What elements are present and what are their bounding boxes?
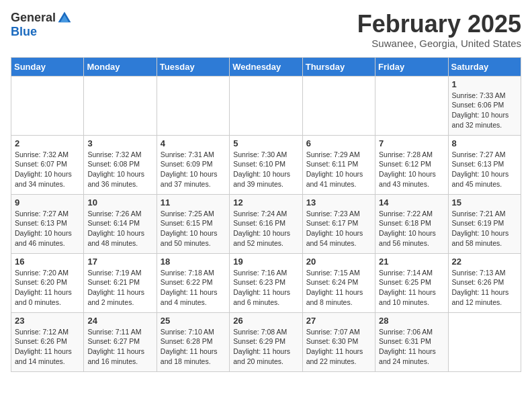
calendar-cell: 4Sunrise: 7:31 AM Sunset: 6:09 PM Daylig… [157, 135, 229, 194]
day-number: 9 [15, 197, 80, 208]
day-number: 23 [15, 316, 80, 326]
day-number: 1 [452, 79, 517, 89]
day-info: Sunrise: 7:32 AM Sunset: 6:07 PM Dayligh… [15, 150, 80, 189]
calendar-cell: 12Sunrise: 7:24 AM Sunset: 6:16 PM Dayli… [230, 194, 302, 253]
day-number: 4 [161, 138, 226, 148]
calendar-week-row: 1Sunrise: 7:33 AM Sunset: 6:06 PM Daylig… [11, 76, 521, 135]
calendar-cell: 24Sunrise: 7:11 AM Sunset: 6:27 PM Dayli… [84, 312, 157, 371]
calendar-week-row: 9Sunrise: 7:27 AM Sunset: 6:13 PM Daylig… [11, 194, 521, 253]
day-info: Sunrise: 7:31 AM Sunset: 6:09 PM Dayligh… [161, 150, 226, 189]
calendar-cell: 21Sunrise: 7:14 AM Sunset: 6:25 PM Dayli… [375, 253, 448, 312]
day-info: Sunrise: 7:12 AM Sunset: 6:26 PM Dayligh… [15, 327, 80, 367]
day-number: 20 [306, 257, 371, 267]
calendar-cell [230, 76, 302, 135]
col-header-friday: Friday [375, 57, 448, 76]
calendar-cell: 1Sunrise: 7:33 AM Sunset: 6:06 PM Daylig… [448, 76, 521, 135]
day-number: 25 [161, 316, 226, 326]
calendar-cell: 15Sunrise: 7:21 AM Sunset: 6:19 PM Dayli… [448, 194, 521, 253]
calendar-cell: 19Sunrise: 7:16 AM Sunset: 6:23 PM Dayli… [230, 253, 302, 312]
day-info: Sunrise: 7:06 AM Sunset: 6:31 PM Dayligh… [379, 327, 444, 367]
calendar-cell: 14Sunrise: 7:22 AM Sunset: 6:18 PM Dayli… [375, 194, 448, 253]
calendar-cell: 5Sunrise: 7:30 AM Sunset: 6:10 PM Daylig… [230, 135, 302, 194]
day-info: Sunrise: 7:22 AM Sunset: 6:18 PM Dayligh… [379, 209, 444, 248]
calendar-week-row: 2Sunrise: 7:32 AM Sunset: 6:07 PM Daylig… [11, 135, 521, 194]
calendar-cell: 2Sunrise: 7:32 AM Sunset: 6:07 PM Daylig… [11, 135, 84, 194]
day-info: Sunrise: 7:33 AM Sunset: 6:06 PM Dayligh… [452, 91, 517, 130]
col-header-thursday: Thursday [302, 57, 375, 76]
calendar-cell: 28Sunrise: 7:06 AM Sunset: 6:31 PM Dayli… [375, 312, 448, 371]
day-info: Sunrise: 7:28 AM Sunset: 6:12 PM Dayligh… [379, 150, 444, 189]
day-number: 13 [306, 197, 371, 208]
calendar-week-row: 16Sunrise: 7:20 AM Sunset: 6:20 PM Dayli… [11, 253, 521, 312]
day-info: Sunrise: 7:20 AM Sunset: 6:20 PM Dayligh… [15, 268, 80, 308]
calendar-cell: 20Sunrise: 7:15 AM Sunset: 6:24 PM Dayli… [302, 253, 375, 312]
calendar-cell: 25Sunrise: 7:10 AM Sunset: 6:28 PM Dayli… [157, 312, 229, 371]
day-info: Sunrise: 7:10 AM Sunset: 6:28 PM Dayligh… [161, 327, 226, 367]
day-info: Sunrise: 7:30 AM Sunset: 6:10 PM Dayligh… [233, 150, 298, 189]
col-header-saturday: Saturday [448, 57, 521, 76]
day-number: 2 [15, 138, 80, 148]
day-number: 28 [379, 316, 444, 326]
calendar-cell: 10Sunrise: 7:26 AM Sunset: 6:14 PM Dayli… [84, 194, 157, 253]
day-info: Sunrise: 7:25 AM Sunset: 6:15 PM Dayligh… [161, 209, 226, 248]
day-number: 15 [452, 197, 517, 208]
day-info: Sunrise: 7:19 AM Sunset: 6:21 PM Dayligh… [87, 268, 152, 308]
title-block: February 2025 Suwanee, Georgia, United S… [357, 11, 521, 49]
day-info: Sunrise: 7:16 AM Sunset: 6:23 PM Dayligh… [233, 268, 298, 308]
day-number: 24 [87, 316, 152, 326]
day-number: 17 [87, 257, 152, 267]
day-info: Sunrise: 7:27 AM Sunset: 6:13 PM Dayligh… [452, 150, 517, 189]
calendar-cell: 8Sunrise: 7:27 AM Sunset: 6:13 PM Daylig… [448, 135, 521, 194]
day-number: 12 [233, 197, 298, 208]
day-info: Sunrise: 7:18 AM Sunset: 6:22 PM Dayligh… [161, 268, 226, 308]
day-number: 7 [379, 138, 444, 148]
day-number: 27 [306, 316, 371, 326]
page-header: General Blue February 2025 Suwanee, Geor… [11, 11, 521, 49]
calendar-cell: 17Sunrise: 7:19 AM Sunset: 6:21 PM Dayli… [84, 253, 157, 312]
day-info: Sunrise: 7:29 AM Sunset: 6:11 PM Dayligh… [306, 150, 371, 189]
calendar-cell [84, 76, 157, 135]
day-number: 10 [87, 197, 152, 208]
day-info: Sunrise: 7:26 AM Sunset: 6:14 PM Dayligh… [87, 209, 152, 248]
day-info: Sunrise: 7:32 AM Sunset: 6:08 PM Dayligh… [87, 150, 152, 189]
day-number: 8 [452, 138, 517, 148]
calendar-header-row: SundayMondayTuesdayWednesdayThursdayFrid… [11, 57, 521, 76]
day-info: Sunrise: 7:13 AM Sunset: 6:26 PM Dayligh… [452, 268, 517, 308]
calendar-cell: 27Sunrise: 7:07 AM Sunset: 6:30 PM Dayli… [302, 312, 375, 371]
calendar-cell: 6Sunrise: 7:29 AM Sunset: 6:11 PM Daylig… [302, 135, 375, 194]
calendar-cell [302, 76, 375, 135]
calendar-cell: 3Sunrise: 7:32 AM Sunset: 6:08 PM Daylig… [84, 135, 157, 194]
calendar-cell: 16Sunrise: 7:20 AM Sunset: 6:20 PM Dayli… [11, 253, 84, 312]
col-header-monday: Monday [84, 57, 157, 76]
day-number: 19 [233, 257, 298, 267]
day-number: 26 [233, 316, 298, 326]
month-title: February 2025 [357, 11, 521, 38]
logo-general-text: General [11, 11, 56, 24]
logo: General Blue [11, 11, 72, 39]
calendar-week-row: 23Sunrise: 7:12 AM Sunset: 6:26 PM Dayli… [11, 312, 521, 371]
day-number: 22 [452, 257, 517, 267]
day-info: Sunrise: 7:14 AM Sunset: 6:25 PM Dayligh… [379, 268, 444, 308]
day-info: Sunrise: 7:24 AM Sunset: 6:16 PM Dayligh… [233, 209, 298, 248]
day-info: Sunrise: 7:23 AM Sunset: 6:17 PM Dayligh… [306, 209, 371, 248]
day-number: 16 [15, 257, 80, 267]
calendar-cell: 9Sunrise: 7:27 AM Sunset: 6:13 PM Daylig… [11, 194, 84, 253]
calendar-cell [157, 76, 229, 135]
col-header-sunday: Sunday [11, 57, 84, 76]
day-number: 5 [233, 138, 298, 148]
calendar-cell [11, 76, 84, 135]
day-number: 21 [379, 257, 444, 267]
day-number: 18 [161, 257, 226, 267]
calendar-cell: 23Sunrise: 7:12 AM Sunset: 6:26 PM Dayli… [11, 312, 84, 371]
day-info: Sunrise: 7:11 AM Sunset: 6:27 PM Dayligh… [87, 327, 152, 367]
day-info: Sunrise: 7:07 AM Sunset: 6:30 PM Dayligh… [306, 327, 371, 367]
col-header-tuesday: Tuesday [157, 57, 229, 76]
day-info: Sunrise: 7:15 AM Sunset: 6:24 PM Dayligh… [306, 268, 371, 308]
day-info: Sunrise: 7:27 AM Sunset: 6:13 PM Dayligh… [15, 209, 80, 248]
location-text: Suwanee, Georgia, United States [357, 38, 521, 49]
calendar-cell [375, 76, 448, 135]
day-number: 3 [87, 138, 152, 148]
calendar-cell: 18Sunrise: 7:18 AM Sunset: 6:22 PM Dayli… [157, 253, 229, 312]
calendar-table: SundayMondayTuesdayWednesdayThursdayFrid… [11, 57, 521, 372]
calendar-cell: 26Sunrise: 7:08 AM Sunset: 6:29 PM Dayli… [230, 312, 302, 371]
